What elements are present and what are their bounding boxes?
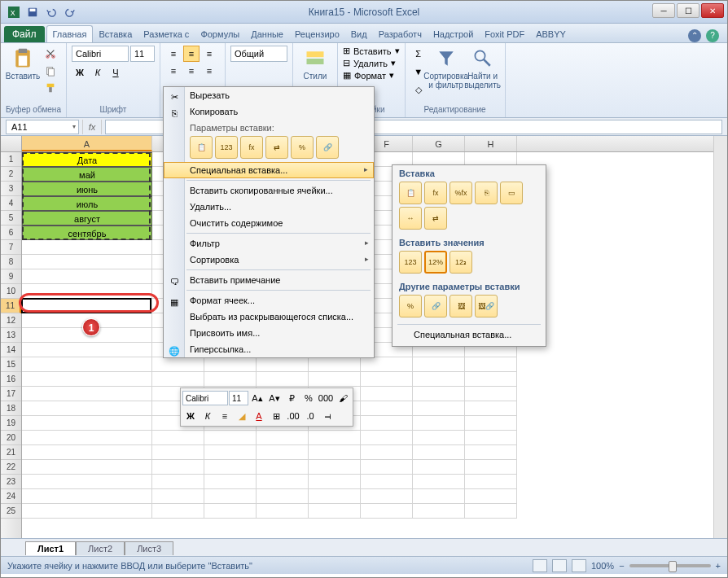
- cell[interactable]: [309, 460, 361, 475]
- cm-insert-copied[interactable]: Вставить скопированные ячейки...: [164, 182, 374, 199]
- cell[interactable]: [152, 504, 204, 519]
- sub-paste-picture-icon[interactable]: 🖼: [450, 295, 472, 317]
- row-header[interactable]: 21: [1, 445, 21, 460]
- cell[interactable]: [152, 357, 204, 372]
- cell[interactable]: [413, 401, 465, 416]
- italic-icon[interactable]: К: [90, 64, 106, 81]
- save-icon[interactable]: [24, 4, 41, 20]
- cell[interactable]: [257, 504, 309, 519]
- cell[interactable]: [361, 489, 413, 504]
- row-header[interactable]: 13: [1, 328, 21, 343]
- cell[interactable]: [465, 416, 517, 431]
- cell[interactable]: [22, 445, 152, 460]
- file-tab[interactable]: Файл: [4, 26, 45, 42]
- row-header[interactable]: 12: [1, 313, 21, 328]
- mini-border-icon[interactable]: ⊞: [268, 408, 284, 424]
- paste-default-icon[interactable]: 📋: [190, 136, 213, 159]
- tab-abbyy[interactable]: ABBYY: [530, 26, 572, 42]
- tab-home[interactable]: Главная: [46, 25, 94, 42]
- cell[interactable]: [22, 460, 152, 475]
- paste-formulas-icon[interactable]: fx: [240, 136, 263, 159]
- name-box[interactable]: A11: [6, 120, 79, 134]
- row-header[interactable]: 15: [1, 357, 21, 372]
- row-header[interactable]: 14: [1, 343, 21, 357]
- cell[interactable]: [257, 445, 309, 460]
- row-header[interactable]: 11: [1, 299, 21, 313]
- cell[interactable]: [361, 475, 413, 489]
- cell[interactable]: [22, 401, 152, 416]
- paste-link-icon[interactable]: 🔗: [316, 136, 339, 159]
- cm-cut[interactable]: ✂Вырезать: [164, 87, 374, 103]
- row-header[interactable]: 4: [1, 196, 21, 211]
- cell[interactable]: [465, 504, 517, 519]
- sub-paste-link-icon[interactable]: 🔗: [424, 295, 447, 317]
- tab-formulas[interactable]: Формулы: [195, 26, 245, 42]
- excel-icon[interactable]: X: [6, 4, 22, 20]
- cell[interactable]: [22, 416, 152, 431]
- cell-a11[interactable]: [22, 299, 152, 313]
- sub-paste-formatting-icon[interactable]: %: [399, 295, 422, 317]
- view-pagebreak-icon[interactable]: [572, 559, 586, 572]
- row-header[interactable]: 23: [1, 475, 21, 489]
- view-layout-icon[interactable]: [552, 559, 567, 572]
- cm-format-cells[interactable]: ▦Формат ячеек...: [164, 292, 374, 309]
- cell[interactable]: [204, 460, 257, 475]
- cell[interactable]: [413, 387, 465, 401]
- cell[interactable]: [465, 460, 517, 475]
- row-header[interactable]: 18: [1, 401, 21, 416]
- mini-size-box[interactable]: 11: [229, 391, 248, 405]
- row-header[interactable]: 3: [1, 182, 21, 196]
- cell[interactable]: [22, 431, 152, 445]
- cell[interactable]: [465, 475, 517, 489]
- col-header-g[interactable]: G: [413, 136, 465, 151]
- sub-paste-values-icon[interactable]: 123: [399, 251, 422, 274]
- cell[interactable]: [22, 387, 152, 401]
- sheet-tab-2[interactable]: Лист2: [76, 541, 125, 555]
- mini-fill-icon[interactable]: ◢: [234, 408, 250, 424]
- row-header[interactable]: 6: [1, 226, 21, 240]
- cell[interactable]: [361, 357, 413, 372]
- mini-shrink-icon[interactable]: A▾: [266, 390, 283, 406]
- cell[interactable]: [204, 357, 257, 372]
- cell-a4[interactable]: июль: [22, 196, 152, 211]
- cell[interactable]: [22, 240, 152, 255]
- align-right-icon[interactable]: ≡: [201, 63, 217, 79]
- row-header[interactable]: 8: [1, 255, 21, 269]
- cell[interactable]: [152, 445, 204, 460]
- sub-paste-noborder-icon[interactable]: ▭: [500, 182, 523, 204]
- sheet-tab-1[interactable]: Лист1: [25, 541, 76, 555]
- cells-delete-icon[interactable]: ⊟: [343, 58, 350, 68]
- sub-paste-formulas-num-icon[interactable]: %fx: [450, 182, 472, 204]
- cell[interactable]: [465, 431, 517, 445]
- cell[interactable]: [361, 504, 413, 519]
- paste-formatting-icon[interactable]: %: [291, 136, 314, 159]
- row-header[interactable]: 1: [1, 152, 21, 167]
- cm-clear[interactable]: Очистить содержимое: [164, 215, 374, 231]
- cell[interactable]: [361, 460, 413, 475]
- cell[interactable]: [361, 416, 413, 431]
- font-size-box[interactable]: 11: [130, 46, 155, 62]
- cell[interactable]: [465, 387, 517, 401]
- sort-filter-button[interactable]: Сортировка и фильтр: [429, 46, 463, 91]
- cell[interactable]: [22, 343, 152, 357]
- cm-hyperlink[interactable]: 🌐Гиперссылка...: [164, 341, 374, 357]
- tab-layout[interactable]: Разметка с: [138, 26, 195, 42]
- tab-addins[interactable]: Надстрой: [428, 26, 479, 42]
- format-painter-icon[interactable]: [42, 80, 59, 96]
- cm-filter[interactable]: Фильтр: [164, 235, 374, 252]
- cell[interactable]: [257, 357, 309, 372]
- tab-review[interactable]: Рецензиро: [289, 26, 345, 42]
- cell-a5[interactable]: август: [22, 211, 152, 226]
- redo-icon[interactable]: [62, 4, 78, 20]
- tab-view[interactable]: Вид: [345, 26, 373, 42]
- cell[interactable]: [361, 431, 413, 445]
- zoom-out-icon[interactable]: −: [619, 561, 624, 571]
- cell[interactable]: [204, 372, 257, 387]
- sub-paste-special-dialog[interactable]: Специальная вставка...: [393, 326, 546, 343]
- mini-font-color-icon[interactable]: A: [251, 408, 267, 424]
- vertical-scrollbar[interactable]: [713, 136, 727, 538]
- cell[interactable]: [22, 284, 152, 299]
- row-header[interactable]: 16: [1, 372, 21, 387]
- cell[interactable]: [465, 401, 517, 416]
- cell[interactable]: [465, 357, 517, 372]
